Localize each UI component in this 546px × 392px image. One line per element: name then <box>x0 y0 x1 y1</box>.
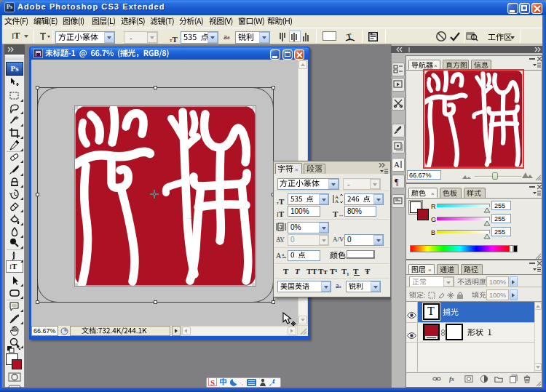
svg-text:A: A <box>394 160 400 169</box>
svg-text:a: a <box>282 252 285 257</box>
svg-text:fx: fx <box>449 375 455 383</box>
svg-text:A: A <box>276 252 282 260</box>
svg-text:A: A <box>335 199 339 204</box>
svg-text:A/V: A/V <box>333 236 344 243</box>
svg-text:¶: ¶ <box>395 177 399 186</box>
svg-text:A̲V̲: A̲V̲ <box>276 236 285 243</box>
